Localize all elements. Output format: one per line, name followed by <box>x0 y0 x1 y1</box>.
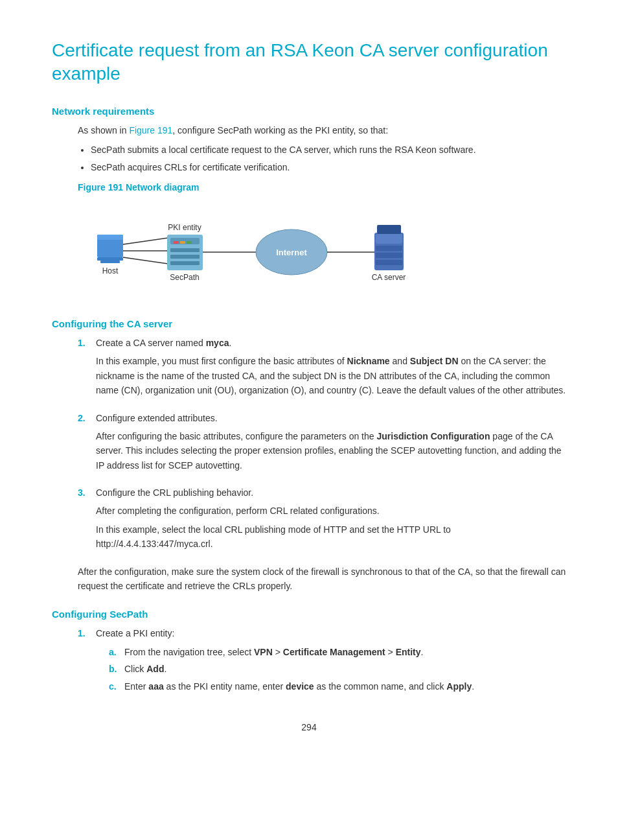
svg-rect-2 <box>97 257 123 261</box>
ca-step-2-number: 2. <box>78 411 96 425</box>
secpath-sub-step-b: b. Click Add. <box>109 662 566 676</box>
ca-step-1-content: Create a CA server named myca. In this e… <box>96 336 566 402</box>
figure-191-link[interactable]: Figure 191 <box>129 125 172 135</box>
secpath-steps-list: 1. Create a PKI entity: a. From the navi… <box>78 626 566 696</box>
secpath-step-1: 1. Create a PKI entity: a. From the navi… <box>78 626 566 696</box>
figure-191-caption: Figure 191 Network diagram <box>78 182 566 192</box>
svg-line-5 <box>123 238 168 244</box>
configuring-ca-heading: Configuring the CA server <box>52 318 566 329</box>
ca-step-3-content: Configure the CRL publishing behavior. A… <box>96 485 566 555</box>
ca-step-1: 1. Create a CA server named myca. In thi… <box>78 336 566 402</box>
secpath-sub-step-a: a. From the navigation tree, select VPN … <box>109 645 566 659</box>
configuring-secpath-section: Configuring SecPath 1. Create a PKI enti… <box>52 609 566 696</box>
sub-step-a-content: From the navigation tree, select VPN > C… <box>124 645 566 659</box>
sub-step-b-label: b. <box>109 662 124 676</box>
network-diagram: Host PKI entity SecPath <box>78 199 441 303</box>
svg-text:CA server: CA server <box>372 273 406 282</box>
svg-rect-1 <box>97 235 123 240</box>
configuring-ca-section: Configuring the CA server 1. Create a CA… <box>52 318 566 593</box>
bullet-1: SecPath submits a local certificate requ… <box>91 143 566 157</box>
svg-rect-0 <box>97 238 123 257</box>
page-number: 294 <box>52 722 566 732</box>
secpath-step-1-number: 1. <box>78 626 96 640</box>
network-requirements-bullets: SecPath submits a local certificate requ… <box>91 143 566 174</box>
svg-rect-11 <box>180 241 185 244</box>
secpath-sub-step-c: c. Enter aaa as the PKI entity name, ent… <box>109 679 566 694</box>
svg-rect-23 <box>376 234 402 244</box>
ca-steps-list: 1. Create a CA server named myca. In thi… <box>78 336 566 555</box>
svg-rect-25 <box>376 253 402 258</box>
svg-text:Internet: Internet <box>276 248 307 257</box>
svg-rect-13 <box>170 248 200 252</box>
network-requirements-heading: Network requirements <box>52 106 566 117</box>
page-title: Certificate request from an RSA Keon CA … <box>52 39 566 86</box>
svg-line-7 <box>123 257 168 264</box>
ca-step-3: 3. Configure the CRL publishing behavior… <box>78 485 566 555</box>
svg-text:PKI entity: PKI entity <box>168 223 201 232</box>
secpath-device-icon: PKI entity SecPath <box>167 223 203 282</box>
svg-text:SecPath: SecPath <box>170 273 199 282</box>
network-requirements-section: Network requirements As shown in Figure … <box>52 106 566 303</box>
svg-rect-3 <box>100 261 120 263</box>
sub-step-b-content: Click Add. <box>124 662 566 676</box>
secpath-sub-steps: a. From the navigation tree, select VPN … <box>109 645 566 694</box>
after-config-text: After the configuration, make sure the s… <box>78 565 566 594</box>
bullet-2: SecPath acquires CRLs for certificate ve… <box>91 160 566 174</box>
secpath-step-1-content: Create a PKI entity: a. From the navigat… <box>96 626 566 696</box>
svg-rect-27 <box>377 225 401 234</box>
svg-rect-10 <box>174 241 179 244</box>
svg-rect-24 <box>376 246 402 251</box>
svg-text:Host: Host <box>102 266 119 275</box>
ca-step-2: 2. Configure extended attributes. After … <box>78 411 566 477</box>
configuring-secpath-heading: Configuring SecPath <box>52 609 566 620</box>
network-requirements-intro: As shown in Figure 191, configure SecPat… <box>78 123 566 137</box>
internet-cloud-icon: Internet <box>256 229 327 275</box>
svg-rect-14 <box>170 255 200 259</box>
svg-rect-26 <box>376 260 402 265</box>
ca-step-2-content: Configure extended attributes. After con… <box>96 411 566 477</box>
ca-step-3-number: 3. <box>78 485 96 500</box>
sub-step-a-label: a. <box>109 645 124 659</box>
sub-step-c-label: c. <box>109 679 124 694</box>
sub-step-c-content: Enter aaa as the PKI entity name, enter … <box>124 679 566 694</box>
host-icon: Host <box>97 235 123 275</box>
ca-step-1-number: 1. <box>78 336 96 350</box>
ca-server-icon: CA server <box>372 225 406 282</box>
svg-rect-12 <box>187 241 192 244</box>
svg-rect-15 <box>170 261 200 265</box>
